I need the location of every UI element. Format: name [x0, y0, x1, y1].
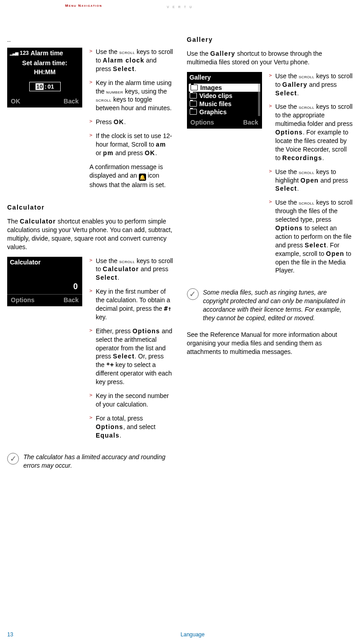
time-input: 10 : 01 [29, 82, 61, 91]
step: Use the scroll keys to scroll to Alarm c… [89, 48, 173, 73]
list-item: Graphics [190, 108, 259, 116]
gallery-steps: Use the scroll keys to scroll to Gallery… [269, 72, 353, 281]
gallery-phone-screenshot: Gallery Images Video clips [187, 72, 262, 281]
list-item: Images [189, 84, 260, 92]
step: Use the scroll keys to highlight Open an… [269, 168, 353, 193]
step: Use the scroll keys to scroll to Calcula… [89, 257, 173, 282]
folder-icon [190, 109, 197, 115]
alarm-steps: Use the scroll keys to scroll to Alarm c… [89, 48, 173, 195]
footer-language: Language [32, 631, 353, 638]
gallery-heading: Gallery [187, 36, 353, 43]
phone-title: Gallery [190, 74, 211, 81]
page-number: 13 [7, 631, 32, 638]
gallery-note: ✓ Some media files, such as ringing tune… [187, 288, 353, 322]
minute-value: 01 [48, 83, 54, 90]
page-header: Menu Navigation V E R T U [0, 0, 360, 13]
left-column: .. ▁▃▅ 123 Alarm time Set alarm time: HH… [7, 36, 173, 478]
softkey-left: Options [191, 119, 214, 126]
folder-icon [191, 85, 198, 90]
alarm-phone-screenshot: ▁▃▅ 123 Alarm time Set alarm time: HH:MM… [7, 48, 82, 195]
calc-value: 0 [7, 279, 82, 295]
time-sep: : [44, 83, 46, 90]
step: For a total, press Options, and select E… [89, 414, 173, 440]
step: Key in the first number of the calculati… [89, 287, 173, 322]
calculator-heading: Calculator [7, 204, 173, 211]
step: Key in the alarm time using the number k… [89, 79, 173, 113]
phone-subtitle: Set alarm time: [7, 59, 82, 67]
folder-icon [190, 93, 197, 98]
calc-steps: Use the scroll keys to scroll to Calcula… [89, 257, 173, 445]
signal-icon: ▁▃▅ [10, 51, 18, 55]
softkey-left: OK [11, 98, 20, 105]
check-icon: ✓ [7, 453, 19, 465]
right-column: Gallery Use the Gallery shortcut to brow… [187, 36, 353, 478]
gallery-intro: Use the Gallery shortcut to browse throu… [187, 49, 353, 67]
step: If the clock is set to use 12-hour forma… [89, 132, 173, 157]
scrollbar [258, 84, 260, 116]
bell-icon: 🔔 [139, 174, 146, 181]
softkey-right: Back [243, 119, 258, 126]
step: Either, press Options and select the ari… [89, 327, 173, 386]
check-icon: ✓ [187, 288, 199, 300]
softkey-right: Back [64, 296, 79, 304]
hour-value: 10 [36, 83, 44, 90]
step: Use the scroll keys to scroll through th… [269, 198, 353, 275]
phone-title: Calculator [10, 259, 40, 266]
step: Use the scroll keys to scroll to Gallery… [269, 72, 353, 98]
phone-hhmm-label: HH:MM [7, 68, 82, 76]
titlebar-num: 123 [20, 50, 29, 56]
step: Use the scroll keys to scroll to the app… [269, 103, 353, 162]
page-footer: 13 Language [7, 631, 353, 638]
list-item: Music files [190, 100, 259, 108]
phone-title: Alarm time [31, 49, 63, 57]
calc-phone-screenshot: Calculator 0 Options Back [7, 257, 82, 445]
calculator-intro: The Calculator shortcut enables you to p… [7, 217, 173, 251]
calc-note: ✓ The calculator has a limited accuracy … [7, 453, 173, 470]
header-brand: V E R T U [0, 5, 360, 9]
step: Press OK. [89, 118, 173, 126]
folder-icon [190, 101, 197, 107]
softkey-left: Options [11, 296, 35, 304]
list-item: Video clips [190, 92, 259, 100]
continuation-dots: .. [7, 36, 173, 43]
step: Key in the second number of your calcula… [89, 392, 173, 409]
step-note: A confirmation message is displayed and … [89, 163, 173, 189]
gallery-outro: See the Reference Manual for more inform… [187, 331, 353, 356]
softkey-right: Back [64, 98, 79, 105]
